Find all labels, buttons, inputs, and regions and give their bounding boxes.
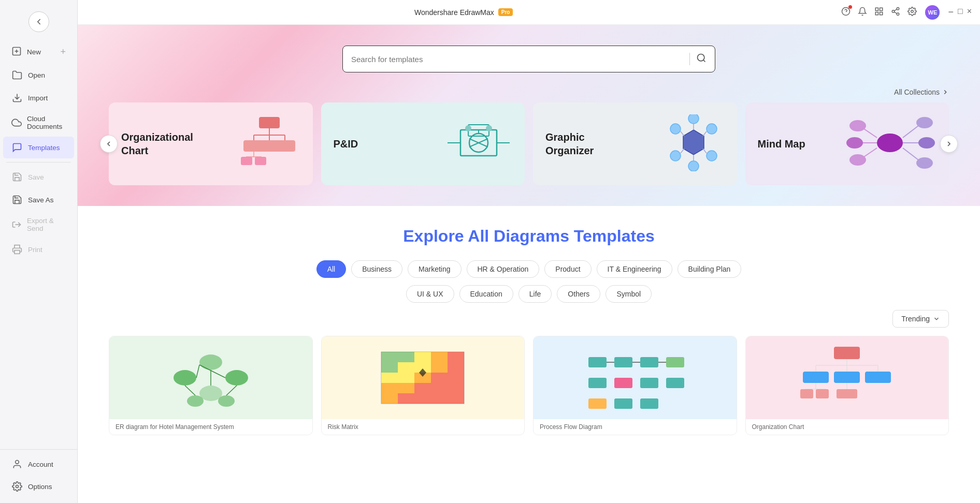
svg-rect-130: [834, 372, 860, 383]
svg-rect-34: [255, 157, 266, 165]
svg-point-76: [218, 395, 235, 407]
card-pid[interactable]: P&ID: [321, 102, 525, 185]
explore-title-plain: Explore: [403, 227, 468, 245]
svg-point-74: [199, 386, 222, 401]
sidebar-item-save[interactable]: Save: [3, 166, 74, 188]
user-avatar[interactable]: WE: [925, 5, 940, 20]
svg-point-70: [916, 157, 933, 169]
card-mind-map[interactable]: Mind Map: [745, 102, 949, 185]
search-icon[interactable]: [696, 53, 707, 66]
collections-header: All Collections: [109, 88, 949, 96]
maximize-icon[interactable]: □: [958, 7, 963, 18]
svg-rect-104: [398, 393, 414, 404]
export-label: Export & Send: [27, 217, 66, 232]
filter-product[interactable]: Product: [544, 260, 591, 278]
filter-ui-ux[interactable]: UI & UX: [406, 285, 454, 303]
all-collections-link[interactable]: All Collections: [894, 88, 949, 96]
svg-point-14: [897, 7, 900, 10]
cloud-label: Cloud Documents: [27, 115, 66, 130]
account-icon: [11, 458, 23, 470]
sidebar-item-import[interactable]: Import: [3, 87, 74, 109]
svg-rect-10: [876, 8, 878, 10]
sidebar-item-export[interactable]: Export & Send: [3, 212, 74, 238]
svg-line-18: [895, 9, 897, 10]
svg-point-58: [877, 134, 903, 152]
svg-point-72: [199, 354, 222, 370]
svg-line-21: [703, 60, 705, 62]
carousel-prev-button[interactable]: [100, 135, 118, 153]
thumb-label-2: Risk Matrix: [322, 419, 525, 435]
template-thumb-3[interactable]: Process Flow Diagram: [533, 336, 737, 435]
back-button[interactable]: [28, 11, 49, 32]
filter-marketing[interactable]: Marketing: [408, 260, 461, 278]
svg-line-59: [864, 129, 877, 138]
open-label: Open: [28, 71, 45, 79]
share-icon[interactable]: [891, 7, 900, 18]
import-icon: [11, 92, 23, 103]
help-icon[interactable]: [841, 7, 851, 18]
search-input[interactable]: [351, 55, 683, 64]
svg-rect-111: [640, 357, 658, 367]
sidebar-item-templates[interactable]: Templates: [3, 137, 74, 158]
card-graphic-organizer[interactable]: Graphic Organizer: [533, 102, 737, 185]
svg-rect-109: [588, 357, 607, 367]
thumb-label-1: ER diagram for Hotel Management System: [109, 419, 312, 435]
sidebar-item-new[interactable]: New +: [3, 41, 74, 63]
sidebar-item-account[interactable]: Account: [3, 453, 74, 475]
svg-rect-98: [381, 383, 398, 393]
svg-rect-102: [448, 383, 464, 393]
carousel-next-button[interactable]: [940, 135, 958, 153]
sidebar-bottom: Account Options: [0, 449, 77, 498]
graphic-organizer-image: [662, 114, 725, 173]
svg-line-81: [226, 386, 237, 395]
svg-rect-105: [414, 393, 431, 404]
svg-point-7: [16, 485, 19, 488]
sidebar-item-saveas[interactable]: Save As: [3, 189, 74, 211]
notification-icon[interactable]: [858, 7, 867, 18]
carousel-cards: Organizational Chart: [109, 102, 949, 185]
add-icon[interactable]: +: [60, 47, 66, 57]
svg-point-6: [16, 461, 19, 464]
sidebar-item-print[interactable]: Print: [3, 239, 74, 260]
thumb-img-1: [109, 336, 312, 419]
svg-rect-119: [666, 378, 684, 388]
sidebar-item-open[interactable]: Open: [3, 64, 74, 86]
card-org-chart[interactable]: Organizational Chart: [109, 102, 313, 185]
svg-point-50: [670, 151, 681, 161]
tools-icon[interactable]: [874, 7, 884, 18]
filter-symbol[interactable]: Symbol: [606, 285, 652, 303]
template-grid: ER diagram for Hotel Management System: [109, 336, 949, 435]
close-icon[interactable]: ×: [967, 7, 972, 18]
svg-point-62: [846, 137, 863, 149]
svg-rect-89: [398, 362, 414, 373]
svg-rect-99: [398, 383, 414, 393]
svg-rect-134: [800, 389, 813, 398]
saveas-label: Save As: [28, 196, 54, 204]
template-thumb-1[interactable]: ER diagram for Hotel Management System: [109, 336, 313, 435]
filter-building-plan[interactable]: Building Plan: [678, 260, 742, 278]
minimize-icon[interactable]: −: [948, 7, 954, 18]
settings-icon[interactable]: [907, 7, 917, 18]
svg-point-16: [897, 13, 900, 16]
filter-education[interactable]: Education: [459, 285, 513, 303]
svg-rect-94: [398, 373, 414, 383]
card-graphic-organizer-title: Graphic Organizer: [545, 130, 608, 157]
sort-dropdown[interactable]: Trending: [892, 310, 949, 328]
explore-section: Explore All Diagrams Templates All Busin…: [78, 206, 980, 451]
svg-rect-93: [381, 373, 398, 383]
sidebar-item-cloud[interactable]: Cloud Documents: [3, 110, 74, 136]
filter-all[interactable]: All: [316, 260, 347, 278]
sidebar-item-options[interactable]: Options: [3, 476, 74, 497]
filter-business[interactable]: Business: [351, 260, 402, 278]
filter-hr-operation[interactable]: HR & Operation: [467, 260, 540, 278]
sort-label: Trending: [901, 315, 930, 323]
import-label: Import: [28, 94, 48, 102]
filter-others[interactable]: Others: [557, 285, 600, 303]
template-thumb-4[interactable]: Organization Chart: [745, 336, 949, 435]
template-thumb-2[interactable]: Risk Matrix: [321, 336, 525, 435]
svg-rect-100: [414, 383, 431, 393]
svg-line-80: [185, 386, 195, 395]
filter-it-engineering[interactable]: IT & Engineering: [597, 260, 672, 278]
svg-point-71: [174, 370, 196, 386]
filter-life[interactable]: Life: [518, 285, 552, 303]
